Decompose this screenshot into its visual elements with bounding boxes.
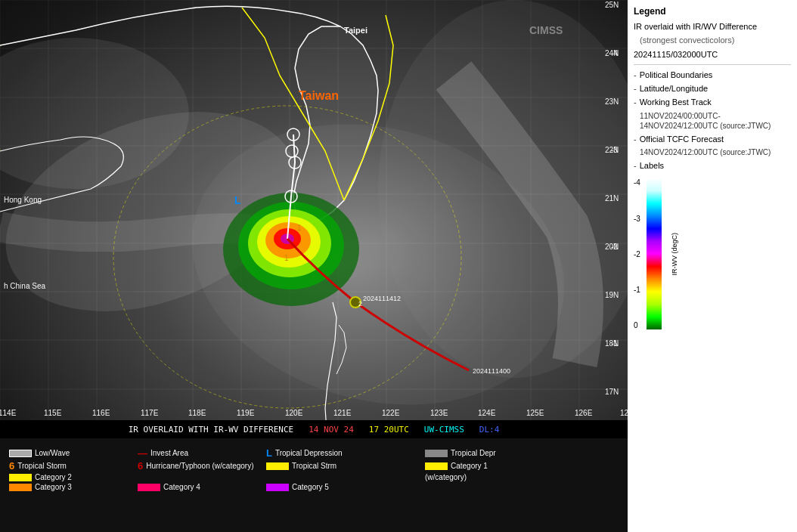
svg-text:21N: 21N — [605, 194, 619, 203]
legend-labels: - Labels — [634, 160, 791, 171]
swatch-trop-strm — [266, 462, 289, 470]
dash-pol: - — [634, 70, 637, 80]
dash-labels: - — [634, 160, 637, 171]
label-cat5: Category 5 — [292, 483, 329, 491]
status-time: 17 20UTC — [369, 425, 409, 435]
legend-wbt: - Working Best Track — [634, 97, 791, 107]
svg-text:CIMSS: CIMSS — [529, 24, 563, 36]
symbol-trop-dep: L — [266, 447, 272, 459]
svg-text:-3: -3 — [611, 146, 618, 154]
swatch-cat3 — [9, 484, 32, 491]
legend-pol-text: Political Boundaries — [640, 70, 713, 80]
legend-invest: — Invest Area — [138, 447, 259, 459]
svg-text:Taipei: Taipei — [344, 26, 367, 35]
legend-date-item: 20241115/032000UTC — [634, 49, 791, 60]
label-low-wave: Low/Wave — [35, 449, 70, 457]
legend-tcfc-date-text: 14NOV2024/12:00UTC (source:JTWC) — [640, 147, 771, 157]
legend-labels-text: Labels — [640, 160, 664, 171]
legend-wbt-date2: 14NOV2024/12:00UTC (source:JTWC) — [640, 121, 771, 131]
label-trop-strm: Tropical Strm — [292, 462, 336, 470]
symbol-invest: — — [138, 447, 147, 459]
legend-tcfc: - Official TCFC Forecast — [634, 134, 791, 144]
label-trop-dep-sym: Tropical Depression — [275, 449, 343, 457]
svg-text:23N: 23N — [605, 97, 619, 106]
legend-wbt-date1: 11NOV2024/00:00UTC- — [640, 111, 721, 121]
swatch-cat5 — [266, 484, 289, 491]
dash-wbt: - — [634, 97, 637, 107]
legend-cat1: Category 1 — [425, 460, 576, 472]
svg-text:Hong Kong: Hong Kong — [4, 196, 42, 204]
svg-text:Taiwan: Taiwan — [299, 89, 339, 102]
legend-ir-sub: (strongest convecticolors) — [640, 35, 791, 45]
status-date: 14 NOV 24 — [309, 425, 354, 435]
legend-date-text: 20241115/032000UTC — [634, 49, 718, 60]
ir-wv-text: IR-WV (degC) — [671, 233, 678, 276]
legend-trop-depr: Tropical Depr — [425, 447, 576, 459]
scale-label-3: -3 — [634, 215, 640, 223]
label-cat1: Category 1 — [451, 462, 488, 470]
map-svg: L 2 2024111412 2024111400 1 1 25N 24N 23… — [0, 0, 628, 438]
swatch-trop-depr — [425, 450, 448, 457]
legend-wbt-text: Working Best Track — [640, 97, 712, 107]
dash-latlon: - — [634, 83, 637, 94]
status-bar: IR OVERLAID WITH IR-WV DIFFERENCE 14 NOV… — [0, 420, 628, 438]
color-scale-container: -4 -3 -2 -1 0 IR-WV (degC) — [634, 178, 791, 329]
svg-text:25N: 25N — [605, 1, 619, 9]
svg-text:1: 1 — [284, 254, 289, 262]
status-source: UW-CIMSS — [424, 425, 464, 435]
legend-tcfc-text: Official TCFC Forecast — [640, 134, 724, 144]
legend-wbt-dates: 11NOV2024/00:00UTC- 14NOV2024/12:00UTC (… — [640, 111, 791, 131]
legend-cat3: Category 3 — [9, 483, 130, 491]
label-cat2: Category 2 — [35, 473, 72, 481]
status-title: IR OVERLAID WITH IR-WV DIFFERENCE — [129, 425, 294, 435]
label-invest: Invest Area — [150, 449, 188, 457]
legend-title: Legend — [634, 6, 791, 17]
legend-cat4: Category 4 — [138, 483, 259, 491]
status-extra: DL:4 — [479, 425, 500, 435]
svg-text:2024111400: 2024111400 — [473, 367, 510, 375]
svg-text:19N: 19N — [605, 291, 619, 299]
scale-label-4: -4 — [634, 178, 640, 187]
legend-ir-sub-text: (strongest convecticolors) — [640, 35, 734, 45]
dash-tcfc: - — [634, 134, 637, 144]
swatch-cat4 — [138, 484, 160, 491]
symbol-ts: 6 — [9, 460, 14, 472]
svg-text:L: L — [234, 194, 241, 206]
label-cat3: Category 3 — [35, 483, 72, 491]
swatch-cat1 — [425, 462, 448, 470]
svg-text:1: 1 — [297, 224, 302, 232]
color-scale-bar — [647, 178, 662, 329]
legend-trop-strm: Tropical Strm — [266, 460, 417, 472]
legend-hurr-sym: 6 Hurricane/Typhoon (w/category) — [138, 460, 259, 472]
svg-text:2024111412: 2024111412 — [363, 295, 401, 302]
svg-text:h China Sea: h China Sea — [4, 282, 45, 290]
svg-text:2: 2 — [358, 300, 362, 308]
legend-trop-dep-sym: L Tropical Depression — [266, 447, 417, 459]
label-ts-sym: Tropical Storm — [17, 462, 67, 470]
legend-panel: Legend IR overlaid with IR/WV Difference… — [628, 0, 797, 532]
swatch-low-wave — [9, 450, 32, 457]
legend-ir-item: IR overlaid with IR/WV Difference — [634, 21, 791, 32]
swatch-cat2 — [9, 474, 32, 481]
label-trop-depr: Tropical Depr — [451, 449, 496, 457]
hurr-with-cat: (w/category) — [425, 473, 576, 481]
svg-text:-2: -2 — [611, 243, 618, 251]
label-with-cat: (w/category) — [425, 473, 467, 481]
legend-latlon-text: Latitude/Longitude — [640, 83, 709, 94]
legend-ir-text: IR overlaid with IR/WV Difference — [634, 21, 757, 32]
label-hurr-sym: Hurricane/Typhoon (w/category) — [146, 462, 253, 470]
ir-wv-label: IR-WV (degC) — [671, 233, 678, 276]
map-container: L 2 2024111412 2024111400 1 1 25N 24N 23… — [0, 0, 628, 438]
scale-numbers: -4 -3 -2 -1 0 — [634, 178, 640, 329]
legend-pol-bound: - Political Boundaries — [634, 70, 791, 80]
scale-label-1: -1 — [634, 286, 640, 294]
svg-text:17N: 17N — [605, 388, 619, 396]
label-cat4: Category 4 — [163, 483, 200, 491]
svg-text:-1: -1 — [611, 339, 618, 348]
legend-cat2: Category 2 — [9, 473, 130, 481]
symbol-hurr: 6 — [138, 460, 143, 472]
legend-tcfc-date: 14NOV2024/12:00UTC (source:JTWC) — [640, 147, 791, 157]
scale-label-2: -2 — [634, 250, 640, 258]
legend-latlon: - Latitude/Longitude — [634, 83, 791, 94]
scale-label-0: 0 — [634, 321, 640, 329]
